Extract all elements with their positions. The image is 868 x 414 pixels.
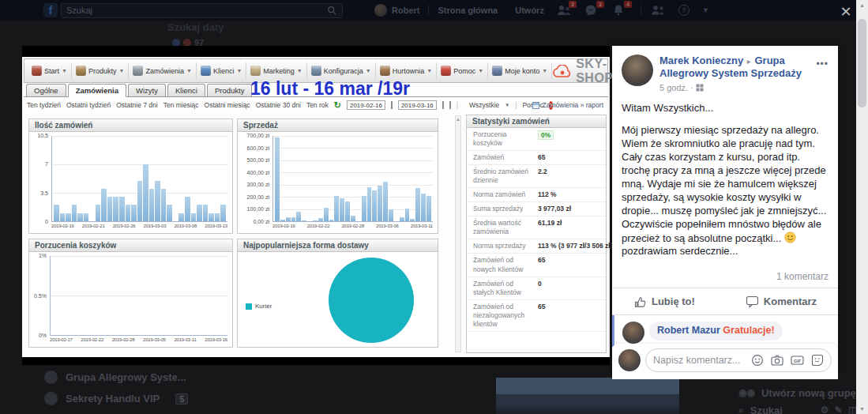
create-group-item[interactable]: ◉◉ Utwórz nową grupę	[738, 384, 857, 401]
pomoc-icon	[441, 66, 451, 76]
menu-item-klienci[interactable]: Klienci▼	[197, 62, 246, 80]
profile-link[interactable]: Robert	[374, 4, 419, 17]
commenter-name[interactable]: Robert Mazur	[657, 325, 720, 336]
search-input[interactable]: Szukaj	[61, 3, 343, 18]
post-time[interactable]: 5 godz.	[659, 83, 688, 92]
divider: |	[457, 101, 458, 109]
stats-scrollbar[interactable]: ▲	[455, 115, 461, 352]
bar	[197, 205, 202, 221]
menu-item-zamowienia[interactable]: Zamówienia▼	[129, 62, 196, 80]
divider: |	[515, 101, 517, 109]
menu-item-start[interactable]: Start▼	[28, 62, 72, 80]
y-tick-label: 0	[45, 219, 48, 224]
x-tick-label: 2019-02-16	[51, 224, 74, 231]
bar	[66, 213, 71, 221]
menu-label: Zamówienia	[145, 67, 184, 75]
groups-shortcut-button[interactable]	[650, 4, 667, 17]
bar	[313, 220, 318, 221]
smile-emoji	[784, 231, 796, 243]
friend-requests-icon[interactable]: 3	[557, 4, 571, 17]
scrollbar-thumb[interactable]	[858, 19, 866, 107]
language-filter[interactable]: Wszystkie	[469, 101, 499, 109]
gear-icon[interactable]: ⚙	[821, 405, 829, 414]
background-groups-list: Grupa Allegrowy Syste...Sekrety Handlu V…	[44, 367, 188, 409]
like-button[interactable]: Lubię to!	[633, 295, 695, 308]
create-link[interactable]: Utwórz	[515, 6, 544, 15]
background-group-item[interactable]: Sekrety Handlu VIP5	[44, 388, 188, 409]
stats-value: 3 977,03 zł	[538, 205, 571, 213]
commenter-avatar[interactable]	[622, 322, 644, 344]
menu-item-konfiguracja[interactable]: Konfiguracja▼	[307, 62, 376, 80]
chevron-down-icon: ▼	[118, 68, 124, 73]
tab-og-lne[interactable]: Ogólne	[26, 84, 66, 96]
sales-panel: Sprzedaż 700,00 zł600,00 zł500,00 zł400,…	[237, 119, 438, 234]
orders-count-chart: 10.573.502019-02-162019-02-212019-02-262…	[29, 132, 232, 232]
facebook-photo-lightbox: Szukaj daty 97 Grupa Allegrowy Syste...S…	[0, 0, 868, 414]
date-from-input[interactable]: 2019-02-16	[347, 100, 385, 110]
comment-input[interactable]: Napisz komentarz... GIF	[645, 348, 832, 372]
profile-name: Robert	[392, 6, 419, 15]
bar	[77, 213, 83, 221]
menu-item-produkty[interactable]: Produkty▼	[72, 62, 129, 80]
scroll-down-icon[interactable]: ▼	[856, 406, 868, 412]
home-link[interactable]: Strona główna	[438, 6, 498, 15]
account-menu-chevron-icon[interactable]: ▼	[702, 6, 709, 14]
post-options-button[interactable]: •••	[816, 58, 829, 70]
close-lightbox-button[interactable]: ✕	[836, 2, 855, 21]
messenger-icon-button[interactable]: 3	[584, 4, 599, 17]
filter-ten-tydzie-[interactable]: Ten tydzień	[27, 101, 61, 109]
filter-ostatni-tydzie-[interactable]: Ostatni tydzień	[66, 101, 111, 109]
notifications-icon-button[interactable]: 4	[612, 4, 626, 17]
bar	[280, 220, 285, 221]
stats-value: 65	[538, 256, 545, 264]
bar	[185, 197, 190, 221]
menu-label: Produkty	[88, 67, 117, 75]
menu-item-marketing[interactable]: Marketing▼	[246, 62, 306, 80]
sticker-icon[interactable]	[811, 354, 824, 367]
page-scrollbar[interactable]: ▲ ▼	[856, 0, 868, 414]
tab-zam-wienia[interactable]: Zamówienia	[68, 84, 126, 97]
report-link[interactable]: Zamówienia » raport	[532, 101, 603, 109]
edit-icon[interactable]: ✎	[835, 405, 843, 414]
author-name[interactable]: Marek Konieczny	[659, 55, 743, 66]
tab-wizyty[interactable]: Wizyty	[128, 84, 166, 96]
x-tick-label: 2019-02-28	[341, 224, 364, 231]
comment-button[interactable]: Komentarz	[746, 295, 817, 308]
bar	[96, 205, 101, 221]
background-group-item[interactable]: Grupa Allegrowy Syste...	[44, 367, 188, 388]
help-icon[interactable]: ?	[678, 5, 690, 16]
comment-count[interactable]: 1 komentarz	[612, 268, 838, 288]
camera-icon[interactable]	[771, 354, 783, 367]
filter-ostatnie-7-dni[interactable]: Ostatnie 7 dni	[116, 101, 157, 109]
x-axis-labels: 2019-02-162019-02-222019-02-282019-03-06…	[272, 222, 433, 231]
menu-item-hurtownia[interactable]: Hurtownia▼	[376, 62, 437, 80]
emoji-icon[interactable]	[751, 354, 764, 367]
stats-label: Zamówień od nowych Klientów	[473, 256, 533, 273]
group-search-item[interactable]: ⌕ Szukaj ⚙ ✎ ◫	[738, 401, 857, 414]
bar	[362, 196, 366, 221]
refresh-icon[interactable]: ↻	[334, 101, 341, 109]
svg-text:GIF: GIF	[794, 359, 802, 363]
filter-ten-miesi-c[interactable]: Ten miesiąc	[163, 101, 199, 109]
author-avatar[interactable]	[622, 55, 653, 86]
tab-klienci[interactable]: Klienci	[167, 84, 205, 96]
gif-icon[interactable]: GIF	[791, 354, 804, 367]
facebook-logo[interactable]: f	[43, 3, 58, 17]
x-tick-label: 2019-02-28	[112, 337, 135, 344]
sales-chart: 700,00 zł600,00 zł500,00 zł400,00 zł300,…	[238, 132, 438, 232]
scroll-up-icon[interactable]: ▲	[856, 2, 868, 8]
bar	[340, 198, 344, 221]
y-tick-label: 3.5	[40, 190, 48, 196]
menu-item-pomoc[interactable]: Pomoc▼	[437, 62, 488, 80]
produkty-icon	[76, 66, 86, 76]
filter-ostatni-miesi-c[interactable]: Ostatni miesiąc	[205, 101, 250, 109]
calendar-icon[interactable]	[442, 101, 444, 109]
date-to-input[interactable]: 2019-03-16	[398, 100, 437, 110]
plot-area	[51, 136, 227, 222]
menu-item-moje-konto[interactable]: Moje konto▼	[488, 62, 552, 80]
bar	[372, 190, 377, 221]
filter-ten-rok[interactable]: Ten rok	[306, 101, 329, 109]
calendar-today-icon[interactable]	[449, 101, 451, 109]
calendar-icon[interactable]	[391, 101, 393, 109]
filter-ostatnie-30-dni[interactable]: Ostatnie 30 dni	[256, 101, 301, 109]
